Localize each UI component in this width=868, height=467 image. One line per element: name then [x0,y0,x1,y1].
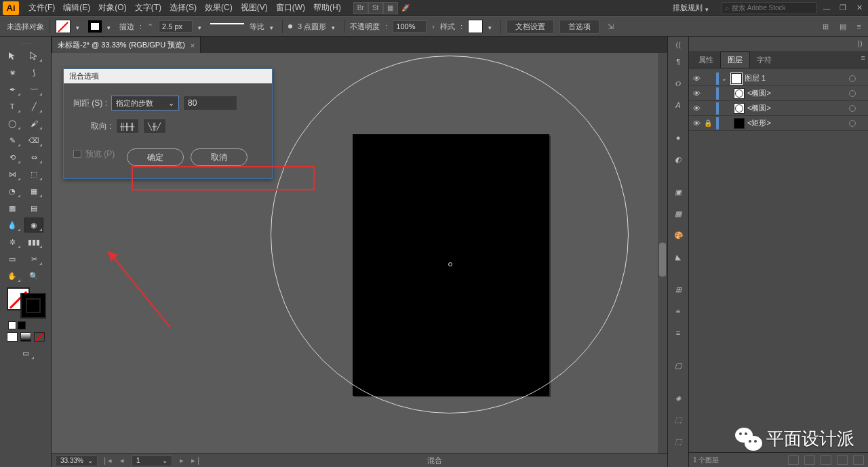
character-panel-icon[interactable]: A [670,97,686,113]
document-tab[interactable]: 未标题-2* @ 33.33% (RGB/GPU 预览) × [52,37,201,53]
rotate-tool[interactable]: ⟲ [3,150,22,165]
width-tool[interactable]: ⋈ [3,167,22,182]
graphic-styles-panel-icon[interactable]: ◐ [670,151,686,167]
glyphs-panel-icon[interactable]: O [670,75,686,92]
artboard-tool[interactable]: ▭ [3,251,22,266]
free-transform-tool[interactable]: ⬚ [24,167,43,182]
mesh-tool[interactable]: ▩ [3,201,22,216]
eyedropper-tool[interactable]: 💧 [3,218,22,232]
stroke-dropdown[interactable] [107,23,114,30]
preferences-button[interactable]: 首选项 [559,20,599,34]
layer-name[interactable]: 图层 1 [745,73,846,83]
target-icon[interactable] [849,75,856,82]
menu-help[interactable]: 帮助(H) [309,2,345,14]
magic-wand-tool[interactable]: ✬ [3,65,22,80]
delete-layer-icon[interactable] [853,455,864,465]
panel-toggle-icon[interactable]: ▤ [840,22,846,31]
new-sublayer-icon[interactable] [821,455,831,465]
paintbrush-tool[interactable]: 🖌 [24,116,43,131]
target-icon[interactable] [849,105,856,112]
workspace-switcher[interactable]: 排版规则 [667,3,717,13]
brush-dropdown[interactable] [332,23,338,30]
visibility-toggle[interactable]: 👁 [692,74,701,83]
menu-view[interactable]: 视图(V) [237,2,272,14]
locate-layer-icon[interactable] [788,455,799,465]
cancel-button[interactable]: 取消 [191,148,248,166]
artboards-panel-icon[interactable]: ▣ [670,184,686,200]
character-tab[interactable]: 字符 [750,52,778,68]
transform-panel-icon[interactable]: ⊞ [670,281,686,298]
opacity-input[interactable] [393,20,427,33]
pen-tool[interactable]: ✒ [3,82,22,97]
visibility-toggle[interactable]: 👁 [692,119,701,128]
gradient-tool[interactable]: ▤ [24,201,43,216]
spacing-steps-input[interactable] [183,96,237,110]
ellipse-tool[interactable]: ◯ [3,116,22,131]
layer-name[interactable]: <矩形> [747,118,846,128]
direct-selection-tool[interactable] [24,48,43,63]
scrollbar-thumb[interactable] [659,243,666,277]
layer-row-ellipse-2[interactable]: 👁 <椭圆> [689,101,868,116]
make-clipping-mask-icon[interactable] [804,455,815,465]
symbol-sprayer-tool[interactable]: ✲ [3,235,22,249]
layer-name[interactable]: <椭圆> [747,103,846,113]
vertical-scrollbar[interactable] [658,53,667,453]
screen-mode-button[interactable]: ▭ [3,346,48,361]
selection-tool[interactable] [3,48,22,63]
style-dropdown[interactable] [488,23,495,30]
pathfinder-panel-icon[interactable]: ≡ [670,325,686,341]
fill-dropdown[interactable] [76,23,83,30]
layer-row-top[interactable]: 👁 ⌄ 图层 1 [689,71,868,86]
orient-align-page-button[interactable]: ╫╫╫ [116,119,139,134]
menu-select[interactable]: 选择(S) [165,2,201,14]
line-tool[interactable]: ╱ [24,99,43,114]
gpu-icon[interactable]: 🚀 [398,2,413,14]
properties-tab[interactable]: 属性 [692,52,720,68]
transform-icon[interactable]: ⇲ [608,22,614,31]
target-icon[interactable] [849,90,856,97]
artboard-prev[interactable]: ◂ [117,456,127,465]
options-menu-icon[interactable]: ≡ [857,22,861,31]
lock-icon[interactable]: 🔒 [704,119,713,127]
draw-mode-buttons[interactable] [3,332,48,342]
document-setup-button[interactable]: 文档设置 [507,20,554,34]
artboard-first[interactable]: ❘◂ [102,456,113,465]
curvature-tool[interactable]: 〰 [24,82,43,97]
artboard-next[interactable]: ▸ [176,456,187,465]
align-icon[interactable]: ⊞ [823,22,829,31]
spacing-mode-select[interactable]: 指定的步数 ⌄ [111,96,179,110]
profile-dropdown[interactable] [270,23,277,30]
menu-window[interactable]: 窗口(W) [272,2,309,14]
fill-stroke-control[interactable] [7,287,45,317]
brushes-panel-icon[interactable]: ⬚ [670,411,686,428]
swatches-panel-icon[interactable]: ▦ [670,205,686,222]
menu-effect[interactable]: 效果(C) [201,2,237,14]
layer-row-ellipse-1[interactable]: 👁 <椭圆> [689,86,868,101]
stroke-weight-dropdown[interactable] [198,23,205,30]
artboard-last[interactable]: ▸❘ [191,456,202,465]
stroke-color[interactable] [22,294,45,317]
layer-name[interactable]: <椭圆> [747,88,846,98]
dock-collapse-icon[interactable]: ⟨⟨ [668,41,688,49]
toolbox-grip[interactable] [3,41,48,46]
menu-edit[interactable]: 编辑(E) [59,2,94,14]
menu-object[interactable]: 对象(O) [94,2,130,14]
blend-tool[interactable]: ◉ [24,218,43,232]
arrange-icon[interactable]: ▦ [383,2,398,14]
panel-expand-icon[interactable]: ⟩⟩ [689,37,868,51]
stroke-profile-preview[interactable] [210,23,244,30]
reflect-tool[interactable]: ⇔ [24,150,43,165]
color-panel-icon[interactable]: 🎨 [670,227,686,243]
stroke-panel-icon[interactable]: ⬚ [670,433,686,449]
artboard-number[interactable]: 1 ⌄ [132,455,172,466]
layers-tab[interactable]: 图层 [720,52,750,68]
visibility-toggle[interactable]: 👁 [692,104,701,113]
new-layer-icon[interactable] [837,455,848,465]
symbols-panel-icon[interactable]: ◈ [670,390,686,406]
style-swatch[interactable] [468,20,483,33]
orient-align-path-button[interactable]: ╲╫╱ [143,119,166,134]
preview-checkbox[interactable] [73,150,81,158]
layer-row-rect[interactable]: 👁🔒 <矩形> [689,116,868,131]
bridge-icon[interactable]: Br [353,2,368,14]
window-close[interactable]: ✕ [853,3,865,13]
